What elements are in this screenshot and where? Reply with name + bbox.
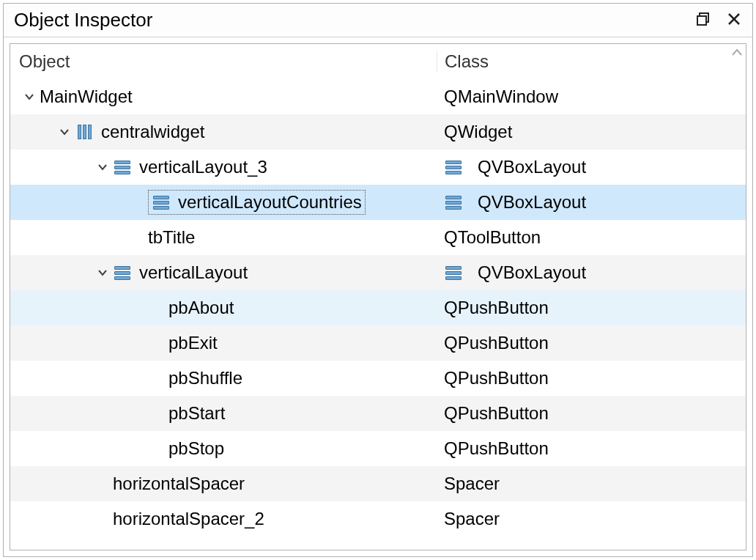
tree-row-pbexit[interactable]: pbExit QPushButton xyxy=(10,325,746,361)
header-row: Object Class xyxy=(10,44,746,79)
close-icon[interactable] xyxy=(727,11,741,30)
tree-row-pbshuffle[interactable]: pbShuffle QPushButton xyxy=(10,361,746,396)
class-name: Spacer xyxy=(444,474,500,494)
panel-title: Object Inspector xyxy=(14,9,697,32)
vbox-icon xyxy=(444,194,463,210)
tree-row-centralwidget[interactable]: centralwidget QWidget xyxy=(10,114,746,150)
chevron-down-icon[interactable] xyxy=(92,267,113,279)
object-name: horizontalSpacer_2 xyxy=(113,509,264,529)
class-name: Spacer xyxy=(444,509,500,529)
object-inspector-panel: Object Inspector Object Class xyxy=(3,3,753,557)
class-name: QPushButton xyxy=(444,368,549,388)
tree-row-horizontalspacer2[interactable]: horizontalSpacer_2 Spacer xyxy=(10,501,746,537)
class-name: QPushButton xyxy=(444,298,549,318)
tree-row-pbabout[interactable]: pbAbout QPushButton xyxy=(10,290,746,325)
object-name: pbStop xyxy=(168,438,224,459)
tree-table: Object Class MainWidget QMainWindow ce xyxy=(10,44,746,537)
header-object[interactable]: Object xyxy=(10,51,437,72)
scroll-up-icon[interactable] xyxy=(731,45,743,61)
vbox-icon xyxy=(113,159,132,175)
restore-icon[interactable] xyxy=(697,11,710,30)
object-name: pbShuffle xyxy=(168,368,242,388)
header-class[interactable]: Class xyxy=(437,51,746,72)
vbox-icon xyxy=(152,194,171,210)
vbox-icon xyxy=(113,265,132,281)
class-name: QVBoxLayout xyxy=(478,157,586,177)
class-name: QMainWindow xyxy=(444,86,558,107)
vbox-icon xyxy=(444,265,463,281)
object-name: tbTitle xyxy=(148,227,195,248)
tree-row-verticallayout3[interactable]: verticalLayout_3 QVBoxLayout xyxy=(10,150,746,185)
svg-rect-1 xyxy=(697,16,706,25)
object-name: verticalLayoutCountries xyxy=(178,192,362,213)
vbox-icon xyxy=(444,159,463,175)
object-name: verticalLayout_3 xyxy=(139,157,267,177)
chevron-down-icon[interactable] xyxy=(54,126,75,138)
tree-row-verticallayout[interactable]: verticalLayout QVBoxLayout xyxy=(10,255,746,290)
titlebar-controls xyxy=(697,11,746,30)
tree-row-horizontalspacer[interactable]: horizontalSpacer Spacer xyxy=(10,466,746,501)
class-name: QPushButton xyxy=(444,438,549,459)
class-name: QPushButton xyxy=(444,403,549,424)
object-name: pbAbout xyxy=(168,298,234,318)
object-name: pbExit xyxy=(168,333,218,353)
object-name: MainWidget xyxy=(40,86,133,107)
tree-row-mainwidget[interactable]: MainWidget QMainWindow xyxy=(10,79,746,114)
object-name: horizontalSpacer xyxy=(113,474,245,494)
object-name: pbStart xyxy=(168,403,225,424)
widget-icon xyxy=(75,124,94,140)
class-name: QVBoxLayout xyxy=(478,192,586,213)
class-name: QToolButton xyxy=(444,227,541,248)
titlebar: Object Inspector xyxy=(4,4,752,37)
class-name: QWidget xyxy=(444,122,512,142)
chevron-down-icon[interactable] xyxy=(19,91,40,103)
tree-row-pbstart[interactable]: pbStart QPushButton xyxy=(10,396,746,431)
class-name: QPushButton xyxy=(444,333,549,353)
chevron-down-icon[interactable] xyxy=(92,161,113,173)
object-name: centralwidget xyxy=(101,122,204,142)
tree-row-pbstop[interactable]: pbStop QPushButton xyxy=(10,431,746,466)
object-name: verticalLayout xyxy=(139,262,248,283)
tree-row-verticallayoutcountries[interactable]: verticalLayoutCountries QVBoxLayout xyxy=(10,185,746,220)
class-name: QVBoxLayout xyxy=(478,262,586,283)
tree-row-tbtitle[interactable]: tbTitle QToolButton xyxy=(10,220,746,255)
tree-area: Object Class MainWidget QMainWindow ce xyxy=(10,43,746,550)
